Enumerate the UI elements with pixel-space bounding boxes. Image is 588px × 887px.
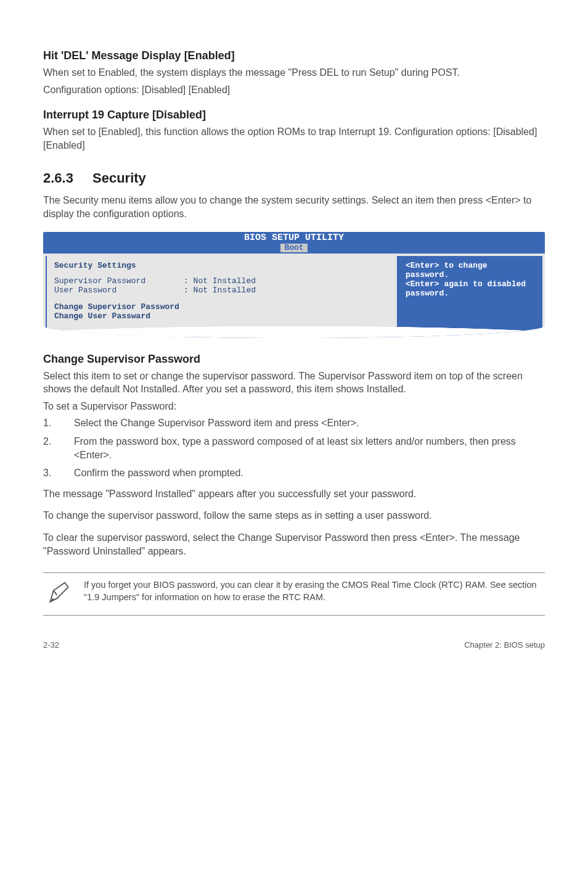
bios-header: BIOS SETUP UTILITY Boot: [43, 232, 545, 254]
chapter-label: Chapter 2: BIOS setup: [464, 640, 545, 650]
heading-interrupt19: Interrupt 19 Capture [Disabled]: [43, 109, 545, 122]
section-title: Security: [92, 170, 146, 186]
step-item: From the password box, type a password c…: [43, 435, 545, 461]
bios-left-pane: Security Settings Supervisor Password : …: [46, 256, 398, 338]
bios-label: User Password: [54, 286, 184, 295]
paragraph: To set a Supervisor Password:: [43, 400, 545, 413]
paragraph: The Security menu items allow you to cha…: [43, 194, 545, 220]
bios-pane-title: Security Settings: [54, 261, 390, 270]
bios-row-user: User Password : Not Installed: [54, 286, 390, 295]
steps-list: Select the Change Supervisor Password it…: [43, 416, 545, 479]
step-item: Select the Change Supervisor Password it…: [43, 416, 545, 430]
bios-row-supervisor: Supervisor Password : Not Installed: [54, 276, 390, 286]
paragraph: To clear the supervisor password, select…: [43, 531, 545, 558]
paragraph: The message "Password Installed" appears…: [43, 487, 545, 501]
paragraph: To change the supervisor password, follo…: [43, 509, 545, 522]
bios-screenshot: BIOS SETUP UTILITY Boot Security Setting…: [43, 232, 545, 338]
heading-hit-del: Hit 'DEL' Message Display [Enabled]: [43, 49, 545, 62]
paragraph: Select this item to set or change the su…: [43, 369, 545, 396]
paragraph: When set to Enabled, the system displays…: [43, 66, 545, 80]
heading-change-supervisor-password: Change Supervisor Password: [43, 353, 545, 366]
paragraph: Configuration options: [Disabled] [Enabl…: [43, 83, 545, 97]
bios-value: : Not Installed: [184, 276, 256, 286]
bios-label: Supervisor Password: [54, 276, 184, 286]
note-pencil-icon: [46, 579, 73, 609]
bios-help-text: <Enter> to change password. <Enter> agai…: [406, 261, 535, 298]
heading-section-263: 2.6.3Security: [43, 170, 545, 186]
paragraph: When set to [Enabled], this function all…: [43, 125, 545, 152]
bios-value: : Not Installed: [184, 286, 256, 295]
note-box: If you forget your BIOS password, you ca…: [43, 572, 545, 616]
page-number: 2-32: [43, 640, 59, 650]
section-number: 2.6.3: [43, 170, 92, 186]
step-item: Confirm the password when prompted.: [43, 466, 545, 480]
bios-tab-boot: Boot: [280, 244, 307, 252]
page-footer: 2-32 Chapter 2: BIOS setup: [43, 640, 545, 650]
bios-title: BIOS SETUP UTILITY: [43, 233, 545, 244]
bios-option-change-user: Change User Passward: [54, 311, 390, 321]
bios-right-pane: <Enter> to change password. <Enter> agai…: [398, 256, 542, 338]
bios-option-change-supervisor: Change Supervisor Password: [54, 302, 390, 311]
note-text: If you forget your BIOS password, you ca…: [84, 579, 542, 603]
